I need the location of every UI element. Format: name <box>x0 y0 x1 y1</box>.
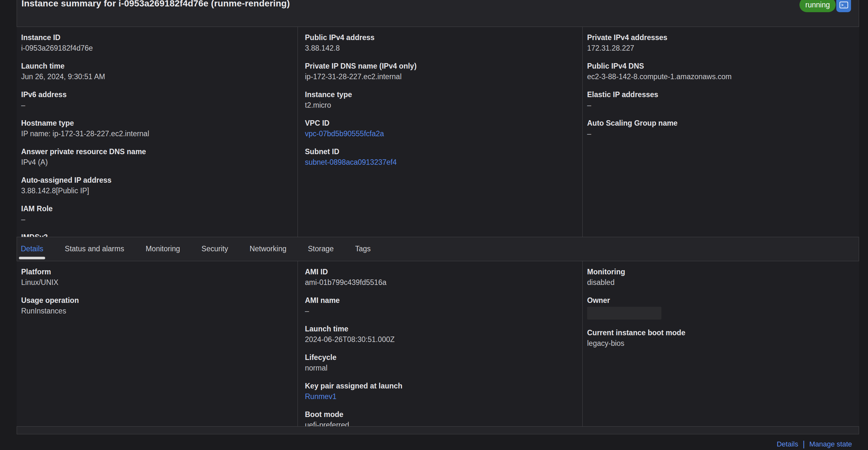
field-label: Launch time <box>305 324 575 334</box>
field-label: Instance ID <box>21 33 290 42</box>
field-label: Boot mode <box>305 410 575 419</box>
field-value: uefi-preferred <box>305 420 575 426</box>
field-label: Platform <box>21 267 290 277</box>
field-label: Instance type <box>305 90 575 99</box>
field-hostname-type: Hostname typeIP name: ip-172-31-28-227.e… <box>21 118 290 139</box>
field-label: IMDSv2 <box>21 232 290 237</box>
instance-summary-card: Instance summary for i-0953a269182f4d76e… <box>17 0 859 434</box>
tab-tags[interactable]: Tags <box>354 237 372 261</box>
field-auto-scaling-group-name: Auto Scaling Group name– <box>587 118 851 139</box>
field-label: Auto-assigned IP address <box>21 175 290 185</box>
field-value: i-0953a269182f4d76e <box>21 43 290 53</box>
field-monitoring: Monitoringdisabled <box>587 267 851 287</box>
footer-links: Details | Manage state <box>777 440 852 449</box>
field-label: AMI name <box>305 296 575 305</box>
field-label: Subnet ID <box>305 147 575 156</box>
field-ipv6-address: IPv6 address– <box>21 90 290 110</box>
card-header: Instance summary for i-0953a269182f4d76e… <box>17 0 859 27</box>
field-vpc-id: VPC IDvpc-07bd5b90555fcfa2a <box>305 118 575 139</box>
tab-storage[interactable]: Storage <box>307 237 335 261</box>
connect-terminal-button[interactable]: >_ <box>836 0 851 12</box>
field-label: Elastic IP addresses <box>587 90 851 99</box>
field-value: – <box>21 214 290 224</box>
tab-monitoring[interactable]: Monitoring <box>145 237 181 261</box>
field-label: IPv6 address <box>21 90 290 99</box>
details-column-1: PlatformLinux/UNIXUsage operationRunInst… <box>17 261 298 426</box>
field-value: legacy-bios <box>587 338 851 348</box>
field-ami-name: AMI name– <box>305 296 575 316</box>
field-value: 3.88.142.8 <box>305 43 575 53</box>
field-value: IPv4 (A) <box>21 157 290 167</box>
field-elastic-ip-addresses: Elastic IP addresses– <box>587 90 851 110</box>
field-label: Current instance boot mode <box>587 328 851 337</box>
field-owner: Owner <box>587 296 851 320</box>
field-iam-role: IAM Role– <box>21 204 290 224</box>
terminal-icon: >_ <box>839 2 848 8</box>
field-private-ip-dns-name-ipv4-only: Private IP DNS name (IPv4 only)ip-172-31… <box>305 61 575 82</box>
field-label: Answer private resource DNS name <box>21 147 290 156</box>
field-label: Private IP DNS name (IPv4 only) <box>305 61 575 71</box>
field-value: RunInstances <box>21 306 290 316</box>
summary-column-1: Instance IDi-0953a269182f4d76eLaunch tim… <box>17 27 298 237</box>
field-label: AMI ID <box>305 267 575 277</box>
field-platform: PlatformLinux/UNIX <box>21 267 290 287</box>
field-answer-private-resource-dns-name: Answer private resource DNS nameIPv4 (A) <box>21 147 290 167</box>
field-value: – <box>587 100 851 110</box>
field-public-ipv4-dns: Public IPv4 DNSec2-3-88-142-8.compute-1.… <box>587 61 851 82</box>
tab-networking[interactable]: Networking <box>249 237 287 261</box>
field-value: disabled <box>587 277 851 287</box>
field-value-link[interactable]: vpc-07bd5b90555fcfa2a <box>305 129 575 139</box>
field-label: Owner <box>587 296 851 305</box>
field-label: Private IPv4 addresses <box>587 33 851 42</box>
field-instance-id: Instance IDi-0953a269182f4d76e <box>21 33 290 53</box>
field-value: – <box>587 129 851 139</box>
field-boot-mode: Boot modeuefi-preferred <box>305 410 575 426</box>
field-launch-time: Launch time2024-06-26T08:30:51.000Z <box>305 324 575 344</box>
status-badge: running <box>800 0 836 12</box>
field-value: ec2-3-88-142-8.compute-1.amazonaws.com <box>587 72 851 82</box>
tab-security[interactable]: Security <box>200 237 229 261</box>
field-subnet-id: Subnet IDsubnet-0898aca0913237ef4 <box>305 147 575 167</box>
footer-details-link[interactable]: Details <box>777 440 798 448</box>
field-label: Auto Scaling Group name <box>587 118 851 128</box>
field-label: Lifecycle <box>305 353 575 362</box>
field-current-instance-boot-mode: Current instance boot modelegacy-bios <box>587 328 851 348</box>
field-lifecycle: Lifecyclenormal <box>305 353 575 373</box>
field-value: normal <box>305 363 575 373</box>
field-usage-operation: Usage operationRunInstances <box>21 296 290 316</box>
field-label: Public IPv4 DNS <box>587 61 851 71</box>
tab-bar: DetailsStatus and alarmsMonitoringSecuri… <box>17 237 859 261</box>
field-instance-type: Instance typet2.micro <box>305 90 575 110</box>
field-public-ipv4-address: Public IPv4 address3.88.142.8 <box>305 33 575 53</box>
field-label: VPC ID <box>305 118 575 128</box>
field-value: 2024-06-26T08:30:51.000Z <box>305 335 575 344</box>
summary-column-2: Public IPv4 address3.88.142.8Private IP … <box>298 27 582 237</box>
field-value: ami-01b799c439fd5516a <box>305 277 575 287</box>
field-value: 3.88.142.8[Public IP] <box>21 186 290 196</box>
field-value: Jun 26, 2024, 9:30:51 AM <box>21 72 290 82</box>
details-column-3: MonitoringdisabledOwnerCurrent instance … <box>582 261 859 426</box>
field-label: Key pair assigned at launch <box>305 381 575 391</box>
field-value: ip-172-31-28-227.ec2.internal <box>305 72 575 82</box>
field-label: Public IPv4 address <box>305 33 575 42</box>
field-value: IP name: ip-172-31-28-227.ec2.internal <box>21 129 290 139</box>
field-value-link[interactable]: subnet-0898aca0913237ef4 <box>305 157 575 167</box>
page-title: Instance summary for i-0953a269182f4d76e… <box>22 0 290 9</box>
footer-separator: | <box>803 440 805 449</box>
field-launch-time: Launch timeJun 26, 2024, 9:30:51 AM <box>21 61 290 82</box>
field-label: Launch time <box>21 61 290 71</box>
footer-manage-state-link[interactable]: Manage state <box>809 440 852 448</box>
field-label: IAM Role <box>21 204 290 213</box>
field-value: t2.micro <box>305 100 575 110</box>
field-value: – <box>305 306 575 316</box>
field-value: – <box>21 100 290 110</box>
tab-details[interactable]: Details <box>20 237 44 261</box>
field-key-pair-assigned-at-launch: Key pair assigned at launchRunmev1 <box>305 381 575 401</box>
field-ami-id: AMI IDami-01b799c439fd5516a <box>305 267 575 287</box>
field-label: Usage operation <box>21 296 290 305</box>
instance-summary-panel: Instance IDi-0953a269182f4d76eLaunch tim… <box>17 27 859 237</box>
field-label: Hostname type <box>21 118 290 128</box>
field-value-link[interactable]: Runmev1 <box>305 392 575 401</box>
tab-status-and-alarms[interactable]: Status and alarms <box>64 237 125 261</box>
field-private-ipv4-addresses: Private IPv4 addresses172.31.28.227 <box>587 33 851 53</box>
